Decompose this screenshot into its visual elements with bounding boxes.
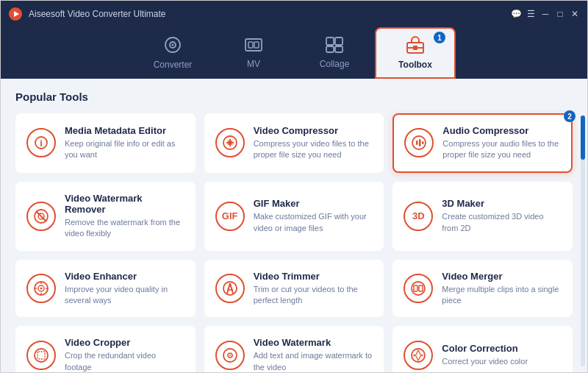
svg-line-27	[36, 211, 46, 221]
nav-item-mv[interactable]: MV	[213, 27, 294, 79]
app-logo	[8, 7, 23, 21]
nav-item-collage[interactable]: Collage	[294, 27, 375, 79]
scrollbar-thumb[interactable]	[581, 116, 585, 160]
menu-btn[interactable]: ☰	[526, 9, 536, 19]
video-watermark-remover-name: Video Watermark Remover	[65, 193, 184, 215]
color-correction-icon	[404, 341, 433, 370]
video-trimmer-name: Video Trimmer	[254, 271, 373, 282]
video-watermark-icon	[215, 341, 245, 370]
tool-card-video-compressor[interactable]: Video Compressor Compress your video fil…	[204, 113, 384, 173]
color-correction-desc: Correct your video color	[442, 356, 562, 367]
nav-bar: Converter MV Collage 1	[1, 27, 587, 79]
collage-label: Collage	[320, 59, 350, 69]
audio-compressor-icon	[404, 128, 434, 157]
nav-item-converter[interactable]: Converter	[132, 27, 213, 79]
video-compressor-name: Video Compressor	[254, 125, 373, 136]
video-merger-desc: Merge multiple clips into a single piece	[442, 284, 562, 307]
svg-rect-6	[248, 42, 253, 48]
video-watermark-remover-desc: Remove the watermark from the video flex…	[65, 217, 184, 240]
tool-card-color-correction[interactable]: Color Correction Correct your video colo…	[392, 326, 573, 373]
collage-icon	[326, 37, 343, 56]
video-cropper-info: Video Cropper Crop the redundant video f…	[65, 337, 184, 373]
tool-card-video-enhancer[interactable]: Video Enhancer Improve your video qualit…	[15, 260, 196, 318]
video-compressor-info: Video Compressor Compress your video fil…	[254, 125, 373, 161]
mv-icon	[245, 37, 262, 56]
3d-maker-icon: 3D	[404, 202, 433, 231]
svg-rect-7	[254, 42, 259, 48]
svg-rect-14	[413, 46, 417, 50]
svg-line-37	[227, 283, 230, 294]
tool-card-video-watermark-remover[interactable]: Video Watermark Remover Remove the water…	[15, 182, 196, 251]
gif-maker-name: GIF Maker	[254, 198, 373, 209]
video-watermark-info: Video Watermark Add text and image water…	[254, 337, 373, 373]
audio-compressor-badge: 2	[564, 110, 576, 122]
video-trimmer-desc: Trim or cut your videos to the perfect l…	[254, 284, 373, 307]
color-correction-name: Color Correction	[442, 343, 562, 354]
video-watermark-remover-info: Video Watermark Remover Remove the water…	[65, 193, 184, 240]
svg-rect-41	[414, 285, 417, 291]
media-metadata-desc: Keep original file info or edit as you w…	[65, 138, 184, 161]
minimize-btn[interactable]: ─	[540, 9, 551, 19]
svg-line-38	[230, 283, 233, 294]
video-enhancer-icon	[26, 274, 56, 303]
svg-rect-44	[37, 352, 45, 359]
audio-compressor-name: Audio Compressor	[442, 125, 561, 136]
video-merger-info: Video Merger Merge multiple clips into a…	[442, 271, 562, 307]
gif-maker-icon: GIF	[215, 202, 245, 231]
svg-point-43	[35, 349, 48, 362]
title-bar: Aiseesoft Video Converter Ultimate 💬 ☰ ─…	[1, 1, 587, 27]
video-watermark-remover-icon	[26, 202, 56, 231]
toolbox-badge: 1	[434, 32, 445, 43]
tool-card-3d-maker[interactable]: 3D 3D Maker Create customized 3D video f…	[392, 182, 573, 251]
video-compressor-icon	[215, 128, 245, 157]
scrollbar-track[interactable]	[581, 116, 585, 366]
video-watermark-desc: Add text and image watermark to the vide…	[254, 350, 373, 373]
svg-rect-42	[419, 285, 423, 291]
svg-rect-10	[326, 46, 334, 52]
audio-compressor-info: Audio Compressor Compress your audio fil…	[442, 125, 561, 161]
video-watermark-name: Video Watermark	[254, 337, 373, 348]
tool-card-video-trimmer[interactable]: Video Trimmer Trim or cut your videos to…	[204, 260, 384, 318]
svg-rect-23	[416, 141, 418, 145]
video-trimmer-info: Video Trimmer Trim or cut your videos to…	[254, 271, 373, 307]
maximize-btn[interactable]: □	[555, 9, 565, 19]
video-enhancer-desc: Improve your video quality in several wa…	[65, 284, 184, 307]
tool-card-video-cropper[interactable]: Video Cropper Crop the redundant video f…	[15, 326, 196, 373]
toolbox-icon	[406, 36, 425, 57]
video-compressor-desc: Compress your video files to the proper …	[254, 138, 373, 161]
svg-rect-24	[419, 139, 421, 146]
video-cropper-desc: Crop the redundant video footage	[65, 350, 184, 373]
close-btn[interactable]: ✕	[570, 9, 580, 19]
svg-point-31	[40, 287, 43, 289]
nav-item-toolbox[interactable]: 1 Toolbox	[375, 27, 456, 79]
audio-compressor-desc: Compress your audio files to the proper …	[442, 138, 561, 161]
gif-maker-desc: Make customized GIF with your video or i…	[254, 211, 373, 234]
tool-card-video-merger[interactable]: Video Merger Merge multiple clips into a…	[392, 260, 573, 318]
svg-text:i: i	[40, 138, 43, 149]
svg-rect-8	[326, 38, 334, 45]
svg-rect-11	[335, 46, 343, 52]
media-metadata-name: Media Metadata Editor	[65, 125, 184, 136]
3d-maker-name: 3D Maker	[442, 198, 562, 209]
tool-card-audio-compressor[interactable]: 2 Audio Compressor Compress your audio f…	[392, 113, 573, 173]
tool-card-video-watermark[interactable]: Video Watermark Add text and image water…	[204, 326, 384, 373]
converter-icon	[164, 36, 182, 57]
chat-btn[interactable]: 💬	[511, 9, 521, 19]
video-enhancer-info: Video Enhancer Improve your video qualit…	[65, 271, 184, 307]
svg-rect-25	[422, 141, 424, 144]
app-title: Aiseesoft Video Converter Ultimate	[29, 9, 511, 19]
video-merger-icon	[404, 274, 433, 303]
svg-point-47	[229, 355, 231, 356]
color-correction-info: Color Correction Correct your video colo…	[442, 343, 562, 367]
section-title: Popular Tools	[15, 90, 573, 103]
video-merger-name: Video Merger	[442, 271, 562, 282]
window-controls: 💬 ☰ ─ □ ✕	[511, 9, 580, 19]
mv-label: MV	[247, 59, 260, 69]
media-metadata-icon: i	[26, 128, 56, 157]
tools-grid: i Media Metadata Editor Keep original fi…	[15, 113, 573, 373]
tool-card-gif-maker[interactable]: GIF GIF Maker Make customized GIF with y…	[204, 182, 384, 251]
svg-rect-9	[335, 38, 343, 45]
video-enhancer-name: Video Enhancer	[65, 271, 184, 282]
svg-point-4	[172, 44, 174, 46]
tool-card-media-metadata-editor[interactable]: i Media Metadata Editor Keep original fi…	[15, 113, 196, 173]
